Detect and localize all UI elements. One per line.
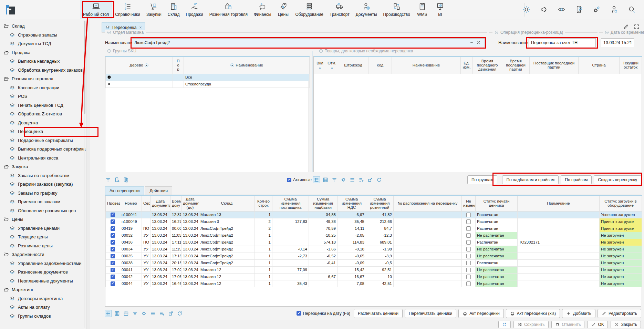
- filter-icon[interactable]: [132, 310, 138, 317]
- sidebar-item[interactable]: Договоры маркетинга: [0, 294, 83, 303]
- row-checkbox[interactable]: [111, 240, 115, 245]
- column-header[interactable]: Наименование: [392, 56, 461, 74]
- column-header[interactable]: Наименование: [184, 56, 310, 74]
- column-header[interactable]: П о р: [173, 56, 184, 74]
- sidebar-item[interactable]: Текущие цены: [0, 233, 83, 241]
- pencil-icon[interactable]: [623, 23, 629, 30]
- collapse-icon[interactable]: [107, 30, 111, 34]
- column-header[interactable]: Кол-во строк: [255, 195, 272, 211]
- sidebar-splitter[interactable]: [86, 19, 90, 329]
- no-change-checkbox[interactable]: [466, 233, 471, 238]
- tab-close-icon[interactable]: ×: [139, 25, 142, 30]
- filter-icon[interactable]: [331, 177, 337, 183]
- column-header[interactable]: Отм.▲: [326, 56, 338, 74]
- sidebar-item[interactable]: Группы складов: [0, 312, 83, 321]
- device-copy-icon[interactable]: [123, 177, 129, 183]
- sidebar-item[interactable]: Переоценка: [0, 127, 83, 136]
- column-header[interactable]: Поставщик последней партии: [530, 56, 579, 74]
- column-header[interactable]: Сумма изменения НДС: [337, 195, 366, 211]
- panel-splitter[interactable]: [312, 51, 313, 172]
- column-header[interactable]: Примечание: [518, 195, 600, 211]
- column-header[interactable]: № распоряжения на переоценку: [394, 195, 462, 211]
- table-row[interactable]: 00038УУ13.03.2420:1813.03.24ЛюксСофтТрей…: [106, 259, 642, 266]
- no-change-checkbox[interactable]: [466, 247, 471, 251]
- no-change-checkbox[interactable]: [466, 226, 471, 231]
- active-checkbox-box[interactable]: [287, 178, 291, 182]
- ok-button[interactable]: OK: [587, 321, 607, 328]
- act-revaluation-xls-button[interactable]: Акт переоценки (xls): [506, 309, 560, 318]
- refresh-button[interactable]: [498, 321, 511, 328]
- sidebar-item[interactable]: Неоплаченные документы: [0, 277, 83, 286]
- datetime-input[interactable]: [601, 38, 634, 47]
- sku-tree-cell[interactable]: [106, 74, 173, 81]
- collapse-icon[interactable]: [319, 49, 323, 53]
- row-checkbox[interactable]: [111, 254, 115, 258]
- table-row[interactable]: 00041УУ13.03.2417:0213.03.24Магазин 1217…: [106, 266, 642, 273]
- row-checkbox[interactable]: [111, 213, 115, 217]
- column-header[interactable]: Серия: [142, 195, 150, 211]
- no-change-checkbox[interactable]: [466, 240, 471, 245]
- toolbar-item-finance[interactable]: Финансы: [251, 0, 274, 19]
- export-icon[interactable]: [367, 177, 373, 183]
- row-checkbox[interactable]: [111, 219, 115, 224]
- sidebar-item[interactable]: Центральная касса: [0, 154, 83, 163]
- sidebar-scrollbar[interactable]: [84, 20, 85, 328]
- gear-icon[interactable]: [340, 177, 346, 183]
- columns-icon[interactable]: [313, 177, 320, 183]
- operation-name-input[interactable]: [529, 38, 596, 47]
- sidebar-section[interactable]: Задолженности: [0, 250, 83, 259]
- toolbar-item-references[interactable]: Справочники: [112, 0, 143, 19]
- no-change-checkbox[interactable]: [466, 261, 471, 265]
- sidebar-item[interactable]: Страховые запасы: [0, 31, 83, 40]
- sidebar-item[interactable]: Подарочные сертификаты: [0, 136, 83, 145]
- table-row[interactable]: 00034УУ13.03.2411:1513.03.24ЛюксСофтТрей…: [106, 246, 642, 253]
- sidebar-section[interactable]: Склад: [0, 22, 83, 31]
- sidebar-item[interactable]: Разнесение документов: [0, 268, 83, 277]
- sidebar-item[interactable]: Печать ценников ТСД: [0, 101, 83, 110]
- cancel-button[interactable]: Отменить: [551, 321, 585, 328]
- sidebar-item[interactable]: Обработка внутренних заказов: [0, 66, 83, 75]
- sidebar-item[interactable]: Заказы по потребностям: [0, 171, 83, 180]
- table-row[interactable]: п10004113.03.2412:3713.03.24Магазин 1313…: [106, 211, 642, 218]
- column-header[interactable]: Не изменять: [462, 195, 476, 211]
- sidebar-item[interactable]: Кассовые операции: [0, 83, 83, 92]
- table-row[interactable]: п10004913.03.2416:2713.03.24Магазин 32-1…: [106, 218, 642, 225]
- column-header[interactable]: Время последней партии: [502, 56, 530, 74]
- tree-expand-icon[interactable]: [107, 75, 111, 79]
- settings-icon[interactable]: [592, 5, 601, 14]
- sku-name-cell[interactable]: Все: [184, 74, 310, 81]
- column-header[interactable]: Склад: [199, 195, 255, 211]
- toolbar-item-sales[interactable]: Продажи: [183, 0, 206, 19]
- megaphone-icon[interactable]: [540, 5, 548, 14]
- column-header[interactable]: Ед. изм.: [461, 56, 473, 74]
- toolbar-item-wms[interactable]: WMS: [413, 0, 431, 19]
- row-checkbox[interactable]: [111, 268, 115, 272]
- column-header[interactable]: Дата документа: [150, 195, 170, 211]
- column-header[interactable]: Сумма изменения поставщика: [272, 195, 309, 211]
- column-header[interactable]: Статус печати ценника: [476, 195, 518, 211]
- column-header[interactable]: Время доку: [170, 195, 181, 211]
- feedback-icon[interactable]: [575, 5, 583, 14]
- collapse-icon[interactable]: [495, 30, 499, 34]
- row-checkbox[interactable]: [111, 281, 115, 286]
- toolbar-item-bi[interactable]: BI: [431, 0, 449, 19]
- column-header[interactable]: Вкл▲: [314, 56, 326, 74]
- sidebar-section[interactable]: Розничная торговля: [0, 74, 83, 83]
- column-header[interactable]: Сумма изменения розничной: [366, 195, 394, 211]
- active-checkbox[interactable]: Активные: [287, 177, 312, 182]
- close-icon[interactable]: [476, 40, 481, 45]
- sidebar-section[interactable]: Продажа: [0, 48, 83, 57]
- column-header[interactable]: Дерево: [106, 56, 173, 74]
- toolbar-item-prices[interactable]: Цены: [274, 0, 292, 19]
- refresh-icon[interactable]: [177, 310, 183, 317]
- sku-tree-cell[interactable]: [106, 81, 173, 88]
- table-row[interactable]: 00419ПО13.03.2400:0012.03.24ЛюксСофтТрей…: [106, 225, 642, 232]
- filter-icon[interactable]: [105, 177, 111, 183]
- sku-name-cell[interactable]: Стеклопосуда: [184, 81, 310, 88]
- sidebar-item[interactable]: POS: [0, 92, 83, 101]
- column-header[interactable]: Сумма изменения надбавки: [309, 195, 337, 211]
- reprint-pricetags-button[interactable]: Перепечатать ценники: [405, 309, 456, 318]
- row-checkbox[interactable]: [111, 247, 115, 251]
- column-header[interactable]: Время последнего движения: [473, 56, 502, 74]
- save-button[interactable]: Сохранить: [513, 321, 549, 328]
